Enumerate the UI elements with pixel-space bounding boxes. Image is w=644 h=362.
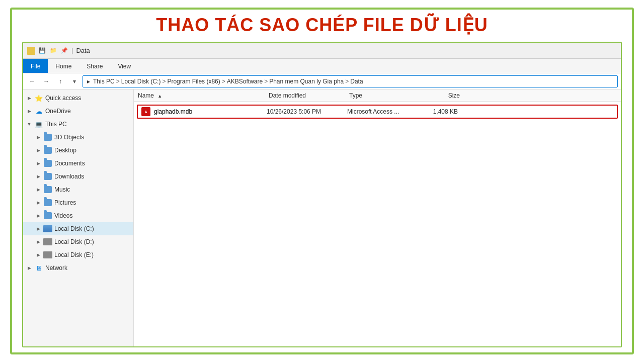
back-button[interactable]: ← (26, 75, 38, 87)
sidebar-item-desktop[interactable]: ▶ Desktop (23, 144, 133, 157)
address-path[interactable]: ▸ This PC > Local Disk (C:) > Program Fi… (83, 75, 618, 87)
chevron-quick-access: ▶ (26, 96, 32, 101)
path-root: ▸ (87, 78, 90, 85)
sidebar-label-local-disk-d: Local Disk (D:) (54, 238, 94, 245)
address-bar: ← → ↑ ▾ ▸ This PC > Local Disk (C:) > Pr… (23, 73, 621, 89)
sidebar-item-3d-objects[interactable]: ▶ 3D Objects (23, 131, 133, 144)
sidebar-label-documents: Documents (54, 160, 85, 167)
mdb-icon: A (141, 107, 150, 116)
titlebar-name: Data (76, 47, 90, 54)
sidebar-item-music[interactable]: ▶ Music (23, 183, 133, 196)
chevron-3d-objects: ▶ (35, 135, 41, 140)
chevron-videos: ▶ (35, 213, 41, 218)
file-list: A giaphadb.mdb 10/26/2023 5:06 PM Micros… (134, 102, 621, 346)
sidebar-label-local-disk-e: Local Disk (E:) (54, 251, 94, 258)
ribbon-tabs: File Home Share View (23, 59, 621, 73)
titlebar-separator: | (71, 47, 73, 54)
sidebar-item-local-disk-e[interactable]: ▶ Local Disk (E:) (23, 248, 133, 261)
pc-icon: 💻 (34, 120, 43, 129)
file-row-giaphadb[interactable]: A giaphadb.mdb 10/26/2023 5:06 PM Micros… (137, 105, 618, 119)
sidebar-label-local-disk-c: Local Disk (C:) (54, 225, 94, 232)
mdb-file-icon: A (141, 107, 151, 117)
sidebar-label-network: Network (45, 264, 67, 272)
forward-button[interactable]: → (40, 75, 52, 87)
column-header: Name ▲ Date modified Type Size (134, 89, 621, 102)
chevron-documents: ▶ (35, 161, 41, 166)
drive-d-icon (43, 237, 52, 246)
drive-e-icon (43, 250, 52, 259)
titlebar-folder2-icon: 📁 (49, 47, 57, 55)
tab-file[interactable]: File (23, 59, 48, 73)
sidebar-label-quick-access: Quick access (45, 95, 81, 102)
sidebar-label-desktop: Desktop (54, 147, 76, 154)
sidebar-item-local-disk-d[interactable]: ▶ Local Disk (D:) (23, 235, 133, 248)
titlebar-folder-icon (27, 47, 35, 55)
ribbon: File Home Share View (23, 59, 621, 73)
file-area: Name ▲ Date modified Type Size (134, 89, 621, 346)
star-icon: ⭐ (34, 94, 43, 103)
folder-music-icon (43, 185, 52, 194)
cloud-icon: ☁ (34, 107, 43, 116)
file-name: giaphadb.mdb (154, 108, 192, 115)
chevron-pictures: ▶ (35, 200, 41, 205)
folder-pictures-icon (43, 198, 52, 207)
file-size-cell: 1,408 KB (418, 108, 458, 115)
sidebar-item-documents[interactable]: ▶ Documents (23, 157, 133, 170)
folder-desktop-icon (43, 146, 52, 155)
sidebar-label-this-pc: This PC (45, 121, 67, 128)
col-header-size[interactable]: Size (420, 92, 460, 99)
sidebar-item-onedrive[interactable]: ▶ ☁ OneDrive (23, 105, 133, 118)
chevron-local-disk-e: ▶ (35, 252, 41, 257)
sidebar-item-downloads[interactable]: ▶ Downloads (23, 170, 133, 183)
path-data[interactable]: Data (350, 78, 363, 85)
path-local-disk[interactable]: Local Disk (C:) (121, 78, 161, 85)
explorer-window: 💾 📁 📌 | Data File Home Share View ← → ↑ … (22, 42, 622, 347)
sidebar-label-music: Music (54, 186, 70, 193)
sidebar-label-pictures: Pictures (54, 199, 76, 206)
sidebar-item-network[interactable]: ▶ 🖥 Network (23, 261, 133, 275)
col-header-type[interactable]: Type (349, 92, 420, 99)
sidebar-item-quick-access[interactable]: ▶ ⭐ Quick access (23, 92, 133, 105)
path-program-files[interactable]: Program Files (x86) (167, 78, 220, 85)
tab-share[interactable]: Share (79, 59, 110, 73)
sidebar-label-downloads: Downloads (54, 173, 84, 180)
file-name-cell: A giaphadb.mdb (141, 107, 267, 117)
folder-videos-icon (43, 211, 52, 220)
up-button[interactable]: ↑ (54, 75, 66, 87)
recent-button[interactable]: ▾ (68, 75, 80, 87)
chevron-local-disk-c: ▶ (35, 226, 41, 231)
path-akbsoftware[interactable]: AKBSoftware (227, 78, 263, 85)
sidebar-item-pictures[interactable]: ▶ Pictures (23, 196, 133, 209)
titlebar-save-icon: 💾 (38, 47, 46, 55)
sidebar-item-local-disk-c[interactable]: ▶ Local Disk (C:) (23, 222, 133, 235)
sidebar-item-videos[interactable]: ▶ Videos (23, 209, 133, 222)
chevron-local-disk-d: ▶ (35, 239, 41, 244)
chevron-this-pc: ▼ (26, 122, 32, 127)
folder-3d-icon (43, 133, 52, 142)
titlebar-pin-icon: 📌 (60, 47, 68, 55)
chevron-music: ▶ (35, 187, 41, 192)
folder-documents-icon (43, 159, 52, 168)
sidebar-label-3d-objects: 3D Objects (54, 134, 84, 141)
file-date-cell: 10/26/2023 5:06 PM (267, 108, 347, 115)
file-type-cell: Microsoft Access ... (347, 108, 418, 115)
sidebar-label-videos: Videos (54, 212, 72, 219)
tab-view[interactable]: View (110, 59, 138, 73)
main-content: ▶ ⭐ Quick access ▶ ☁ OneDrive ▼ 💻 This P… (23, 89, 621, 346)
folder-downloads-icon (43, 172, 52, 181)
col-header-date[interactable]: Date modified (269, 92, 349, 99)
path-phan-mem[interactable]: Phan mem Quan ly Gia pha (269, 78, 344, 85)
sort-arrow-name: ▲ (157, 94, 162, 99)
col-header-name[interactable]: Name ▲ (138, 92, 269, 99)
sidebar-label-onedrive: OneDrive (45, 108, 71, 115)
path-this-pc[interactable]: This PC (93, 78, 115, 85)
tab-home[interactable]: Home (48, 59, 79, 73)
sidebar-item-this-pc[interactable]: ▼ 💻 This PC (23, 118, 133, 131)
drive-c-icon (43, 224, 52, 233)
chevron-desktop: ▶ (35, 148, 41, 153)
network-icon: 🖥 (34, 263, 43, 273)
page-title: THAO TÁC SAO CHÉP FILE DỮ LIỆU (156, 15, 488, 36)
title-bar: 💾 📁 📌 | Data (23, 43, 621, 59)
outer-border: THAO TÁC SAO CHÉP FILE DỮ LIỆU 💾 📁 📌 | D… (10, 8, 634, 354)
chevron-network: ▶ (26, 265, 32, 270)
